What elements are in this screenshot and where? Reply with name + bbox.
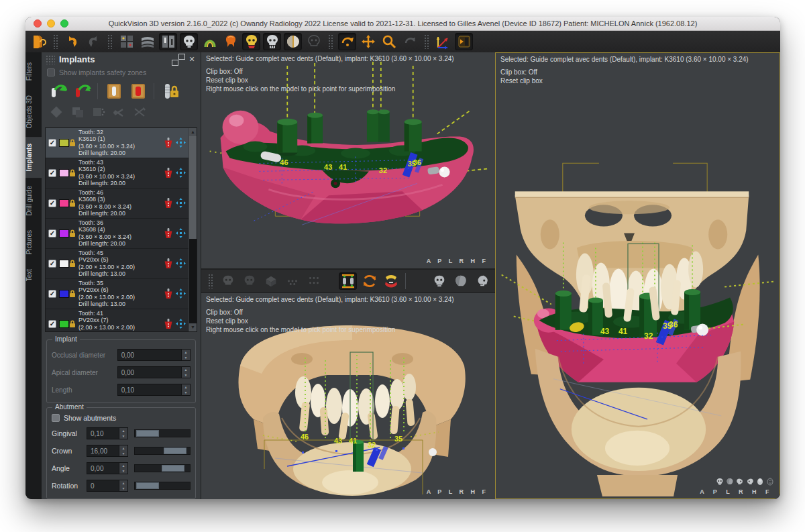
- viewport-bone-3d[interactable]: Selected: Guide complet avec dents (Defa…: [201, 293, 495, 499]
- safety-zone-icon[interactable]: [164, 138, 173, 148]
- implant-color-swatch[interactable]: [59, 199, 69, 207]
- implant-color-swatch[interactable]: [59, 260, 69, 268]
- tab-implants[interactable]: Implants: [25, 137, 42, 178]
- implant-visible-checkbox[interactable]: ✓: [48, 320, 56, 328]
- tool-zoom-button[interactable]: [380, 33, 398, 50]
- tab-text[interactable]: Text: [25, 262, 42, 288]
- superimposition-canvas[interactable]: 43 41 32 35 36: [496, 53, 780, 498]
- rotation-spinbox[interactable]: 0▲▼: [87, 480, 128, 492]
- view-skull-side-button[interactable]: [180, 33, 198, 50]
- view-back-skull-button[interactable]: [451, 272, 470, 290]
- point-grid-button[interactable]: [283, 272, 301, 290]
- sleeve-white-button[interactable]: [103, 83, 124, 101]
- safety-zone-icon[interactable]: [164, 288, 173, 299]
- toggle-panel-button[interactable]: [455, 33, 473, 50]
- tab-objects-3d[interactable]: Objects 3D: [25, 89, 42, 135]
- cut-tool-icon[interactable]: [133, 105, 148, 121]
- list-scrollbar[interactable]: ▲ ▼: [189, 128, 197, 331]
- view-right-icon[interactable]: [746, 478, 754, 486]
- rotation-slider[interactable]: [134, 482, 191, 490]
- crown-spinbox[interactable]: 16,00▲▼: [87, 445, 128, 457]
- layout-multiview-button[interactable]: [117, 33, 136, 50]
- implant-color-swatch[interactable]: [59, 169, 69, 177]
- move-implant-icon[interactable]: [176, 168, 186, 178]
- implant-list-item[interactable]: ✓ Tooth: 36K3608 (4)(3.60 × 8.00 × 3.24)…: [46, 219, 189, 249]
- angle-slider-handle[interactable]: [162, 465, 184, 472]
- safety-zone-icon[interactable]: [164, 198, 173, 209]
- safety-zone-icon[interactable]: [164, 168, 173, 178]
- tool-rotate-free-button[interactable]: [400, 33, 419, 50]
- tab-pictures[interactable]: Pictures: [25, 223, 42, 261]
- show-abutments-checkbox[interactable]: [52, 414, 60, 422]
- implant-visible-checkbox[interactable]: ✓: [48, 229, 56, 237]
- gingival-slider-handle[interactable]: [136, 430, 159, 437]
- safety-zone-icon[interactable]: [164, 228, 173, 239]
- implant-list-item[interactable]: ✓ Tooth: 41PV20xx (7)(2.00 × 13.00 × 2.0…: [46, 309, 189, 331]
- crown-slider-handle[interactable]: [164, 447, 186, 454]
- screw-in-red-implant-button[interactable]: [71, 83, 92, 101]
- close-panel-icon[interactable]: ✕: [187, 55, 197, 64]
- show-clip-sphere-button[interactable]: [284, 33, 302, 50]
- view-left-icon[interactable]: [736, 478, 744, 486]
- reset-clip-box-link[interactable]: Reset clip box: [206, 317, 454, 325]
- sleeve-red-button[interactable]: [127, 83, 148, 101]
- show-arch-button[interactable]: [201, 33, 219, 50]
- view-posterior-icon[interactable]: [726, 478, 734, 486]
- scroll-down-arrow[interactable]: ▼: [189, 323, 197, 331]
- angle-spinbox[interactable]: 0,00▲▼: [87, 462, 128, 474]
- move-implant-icon[interactable]: [176, 288, 186, 299]
- implant-list-item[interactable]: ✓ Tooth: 35PV20xx (6)(2.00 × 13.00 × 2.0…: [46, 279, 189, 309]
- screw-in-white-implant-button[interactable]: [47, 83, 68, 101]
- layout-panorama-button[interactable]: [138, 33, 156, 50]
- align-implants-button[interactable]: [339, 272, 357, 290]
- scrollbar-thumb[interactable]: [189, 239, 197, 323]
- skull-soft-tissue-button[interactable]: [219, 272, 237, 290]
- apical-diameter-spinbox[interactable]: 0,00▲▼: [117, 366, 191, 378]
- mandible-button[interactable]: [382, 272, 400, 290]
- rotation-slider-handle[interactable]: [136, 482, 159, 489]
- cycle-implants-button[interactable]: [360, 272, 378, 290]
- implant-list-item[interactable]: ✓ Tooth: 46K3608 (3)(3.60 × 8.00 × 3.24)…: [46, 189, 189, 219]
- reset-clip-box-link[interactable]: Reset clip box: [206, 76, 454, 85]
- implant-list-item[interactable]: ✓ Tooth: 32K3610 (1)(3.60 × 10.00 × 3.24…: [46, 128, 189, 158]
- move-implant-icon[interactable]: [176, 258, 186, 268]
- link-tool-icon[interactable]: [112, 105, 127, 121]
- tool-rotate-button[interactable]: [338, 33, 356, 50]
- implant-list-item[interactable]: ✓ Tooth: 45PV20xx (5)(2.00 × 13.00 × 2.0…: [46, 249, 189, 279]
- view-anterior-icon[interactable]: [716, 478, 724, 486]
- implant-color-swatch[interactable]: [59, 139, 69, 147]
- safety-zone-icon[interactable]: [164, 319, 173, 329]
- angle-slider[interactable]: [134, 464, 191, 472]
- plane-tool-icon[interactable]: [50, 105, 64, 121]
- safety-zones-checkbox[interactable]: [47, 68, 55, 76]
- view-foot-icon[interactable]: [766, 478, 774, 486]
- implant-visible-checkbox[interactable]: ✓: [48, 199, 56, 207]
- undo-button[interactable]: [63, 33, 81, 50]
- implant-list-item[interactable]: ✓ Tooth: 43K3610 (2)(3.60 × 10.00 × 3.24…: [46, 158, 189, 189]
- gingival-spinbox[interactable]: 0,10▲▼: [87, 427, 128, 439]
- panel-drag-handle-icon[interactable]: [46, 55, 55, 64]
- grid-tool-icon[interactable]: [91, 105, 106, 121]
- implant-color-swatch[interactable]: [59, 290, 69, 298]
- tool-measure-button[interactable]: [434, 33, 452, 50]
- implant-color-swatch[interactable]: [59, 320, 69, 328]
- gingival-slider[interactable]: [134, 429, 191, 437]
- view-head-icon[interactable]: [756, 478, 764, 486]
- copy-tool-icon[interactable]: [70, 105, 85, 121]
- length-spinbox[interactable]: 0,10▲▼: [117, 384, 191, 396]
- occlusal-diameter-spinbox[interactable]: 0,00▲▼: [117, 349, 191, 361]
- reset-clip-box-link[interactable]: Reset clip box: [500, 76, 749, 85]
- lock-implant-button[interactable]: [160, 83, 180, 101]
- move-implant-icon[interactable]: [176, 198, 186, 208]
- viewport-superimposition-3d[interactable]: Selected: Guide complet avec dents (Defa…: [495, 52, 780, 499]
- viewport-guide-3d[interactable]: Selected: Guide complet avec dents (Defa…: [201, 52, 495, 269]
- implant-color-swatch[interactable]: [59, 229, 69, 237]
- implant-visible-checkbox[interactable]: ✓: [48, 260, 56, 268]
- clip-box-button[interactable]: [262, 272, 280, 290]
- tab-drill-guide[interactable]: Drill guide: [25, 179, 42, 222]
- view-front-skull-button[interactable]: [430, 272, 448, 290]
- crown-slider[interactable]: [134, 447, 191, 455]
- tool-pan-button[interactable]: [359, 33, 377, 50]
- show-skull-bone-button[interactable]: [263, 33, 281, 50]
- move-implant-icon[interactable]: [176, 319, 186, 329]
